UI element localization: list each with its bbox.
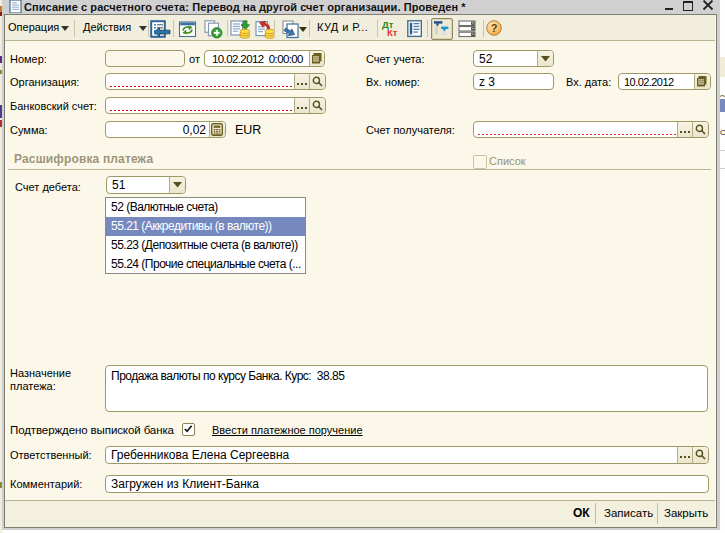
svg-text:?: ?	[491, 22, 498, 34]
